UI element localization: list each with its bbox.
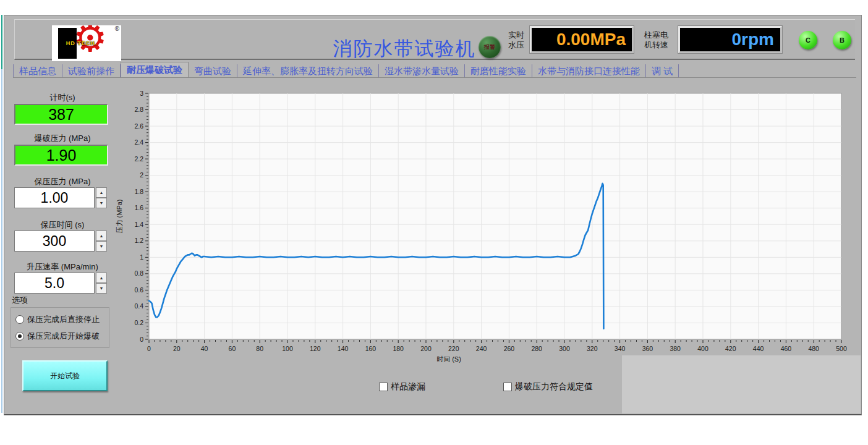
hold-pressure-down-icon[interactable]: ▼ (96, 198, 107, 208)
svg-text:1.4: 1.4 (134, 221, 143, 228)
tab-2[interactable]: 试验前操作 (62, 64, 121, 77)
svg-text:1: 1 (140, 253, 143, 261)
svg-text:1.8: 1.8 (134, 188, 143, 195)
hold-time-input[interactable]: 300 (14, 231, 95, 252)
burst-pressure-label: 爆破压力 (MPa) (14, 133, 111, 144)
svg-text:140: 140 (338, 345, 349, 352)
hold-pressure-label: 保压压力 (MPa) (14, 176, 111, 187)
hold-time-label: 保压时间 (s) (14, 219, 111, 231)
checkbox-burst-meets-spec-label: 爆破压力符合规定值 (515, 381, 593, 392)
pressure-time-chart: 0204060801001201401601802002202402602803… (115, 86, 861, 371)
start-test-button[interactable]: 开始试验 (22, 360, 108, 391)
ramp-rate-spinner: 5.0 ▲ ▼ (14, 273, 108, 294)
svg-text:500: 500 (836, 345, 847, 352)
burst-pressure-display: 1.90 (14, 145, 108, 166)
svg-text:40: 40 (201, 345, 208, 352)
hold-time-spinner: 300 ▲ ▼ (14, 231, 108, 252)
radio-icon[interactable] (15, 332, 24, 341)
water-pressure-label: 实时 水压 (508, 30, 524, 50)
svg-text:160: 160 (365, 345, 377, 352)
svg-text:340: 340 (615, 345, 626, 352)
checkbox-sample-leak[interactable]: 样品渗漏 (379, 381, 425, 392)
svg-text:360: 360 (642, 345, 653, 352)
window-left-edge-teal (1, 15, 2, 69)
svg-text:1.2: 1.2 (134, 237, 143, 244)
svg-text:180: 180 (393, 345, 404, 352)
hold-pressure-up-icon[interactable]: ▲ (96, 187, 107, 198)
ramp-rate-input[interactable]: 5.0 (14, 273, 95, 294)
ramp-rate-up-icon[interactable]: ▲ (96, 273, 107, 283)
tab-6[interactable]: 湿水带渗水量试验 (379, 64, 465, 77)
svg-text:100: 100 (282, 345, 293, 352)
alarm-led[interactable]: 报警 (479, 36, 501, 58)
svg-text:2.4: 2.4 (134, 138, 143, 146)
timer-display: 387 (14, 104, 108, 125)
tab-3[interactable]: 耐压爆破试验 (121, 62, 189, 77)
motor-speed-label-line2: 机转速 (644, 40, 668, 50)
checkbox-sample-leak-label: 样品渗漏 (391, 381, 425, 392)
screen: ⚙ HD TECH. ® 消防水带试验机 报警 实时 水压 0.00MPa 柱塞… (0, 0, 868, 445)
svg-text:380: 380 (670, 345, 681, 352)
svg-text:1.6: 1.6 (134, 204, 143, 211)
svg-text:80: 80 (256, 345, 263, 352)
svg-text:200: 200 (420, 345, 432, 352)
svg-text:压力 (MPa): 压力 (MPa) (116, 200, 123, 234)
svg-text:0.4: 0.4 (134, 302, 143, 310)
window-left-edge-blue (1, 69, 2, 413)
tab-4[interactable]: 弯曲试验 (189, 64, 237, 77)
button-c[interactable]: C (799, 31, 817, 49)
tab-1[interactable]: 样品信息 (13, 64, 62, 77)
svg-text:2: 2 (140, 171, 143, 179)
water-pressure-label-line1: 实时 (508, 30, 524, 40)
svg-text:120: 120 (310, 345, 321, 352)
options-group (11, 307, 109, 348)
motor-speed-label-line1: 柱塞电 (644, 30, 668, 40)
motor-speed-display: 0rpm (678, 26, 782, 53)
checkbox-icon[interactable] (379, 383, 388, 391)
svg-text:0.8: 0.8 (134, 269, 143, 277)
svg-text:300: 300 (559, 345, 570, 352)
ramp-rate-label: 升压速率 (MPa/min) (14, 261, 111, 273)
svg-text:320: 320 (587, 345, 598, 352)
timer-label: 计时(s) (14, 92, 111, 103)
hold-time-up-icon[interactable]: ▲ (96, 231, 107, 241)
hold-pressure-input[interactable]: 1.00 (14, 187, 95, 208)
checkbox-icon[interactable] (503, 383, 512, 391)
ramp-rate-down-icon[interactable]: ▼ (96, 283, 107, 294)
tab-7[interactable]: 耐磨性能实验 (465, 64, 532, 77)
water-pressure-display: 0.00MPa (530, 26, 634, 53)
company-logo: ⚙ HD TECH. ® (52, 25, 121, 61)
svg-text:2.6: 2.6 (134, 122, 143, 130)
svg-text:20: 20 (173, 345, 181, 352)
svg-text:时间 (S): 时间 (S) (436, 355, 461, 363)
header-band: ⚙ HD TECH. ® 消防水带试验机 报警 实时 水压 0.00MPa 柱塞… (14, 19, 855, 60)
svg-text:440: 440 (753, 345, 764, 352)
hold-time-down-icon[interactable]: ▼ (96, 241, 107, 252)
checkbox-burst-meets-spec[interactable]: 爆破压力符合规定值 (503, 381, 593, 392)
radio-burst-label: 保压完成后开始爆破 (27, 331, 100, 342)
motor-speed-label: 柱塞电 机转速 (644, 30, 668, 50)
svg-text:0.6: 0.6 (134, 286, 143, 294)
tab-bar: 样品信息试验前操作耐压爆破试验弯曲试验延伸率、膨胀率及扭转方向试验湿水带渗水量试… (13, 62, 856, 78)
svg-text:220: 220 (448, 345, 459, 352)
options-label: 选项 (12, 295, 28, 306)
svg-text:3: 3 (140, 90, 143, 97)
svg-text:460: 460 (781, 345, 792, 352)
svg-text:260: 260 (504, 345, 515, 352)
svg-text:2.8: 2.8 (134, 106, 143, 113)
svg-text:60: 60 (229, 345, 236, 352)
app-window: ⚙ HD TECH. ® 消防水带试验机 报警 实时 水压 0.00MPa 柱塞… (4, 15, 862, 415)
svg-text:280: 280 (531, 345, 542, 352)
tab-5[interactable]: 延伸率、膨胀率及扭转方向试验 (237, 64, 379, 77)
radio-burst-after-hold[interactable]: 保压完成后开始爆破 (15, 331, 100, 342)
radio-stop-label: 保压完成后直接停止 (27, 314, 100, 325)
tab-8[interactable]: 水带与消防接口连接性能 (532, 64, 646, 77)
radio-stop-after-hold[interactable]: 保压完成后直接停止 (15, 314, 100, 325)
registered-mark-icon: ® (115, 25, 119, 32)
svg-text:2.2: 2.2 (134, 155, 143, 163)
svg-text:0.2: 0.2 (134, 319, 143, 326)
radio-icon[interactable] (15, 315, 24, 324)
svg-text:420: 420 (725, 345, 736, 352)
button-b[interactable]: B (833, 31, 851, 49)
tab-9[interactable]: 调 试 (646, 64, 679, 77)
